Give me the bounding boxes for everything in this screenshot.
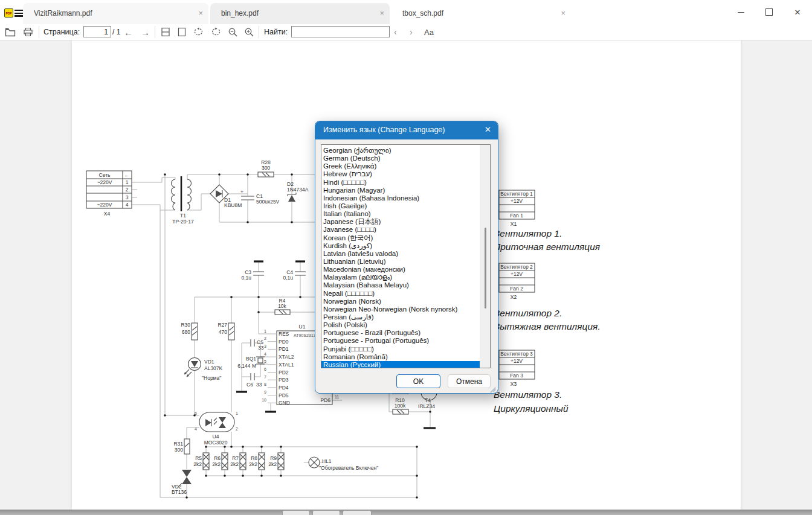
zoom-in-icon[interactable]	[244, 24, 254, 40]
fit-width-icon[interactable]	[161, 24, 170, 40]
next-page-icon[interactable]: →	[141, 24, 150, 40]
language-option[interactable]: Malayalam (മലയാളം)	[321, 273, 490, 281]
dialog-titlebar[interactable]: Изменить язык (Change Language) ✕	[315, 121, 498, 139]
language-option[interactable]: Greek (Ελληνικά)	[321, 162, 490, 170]
page-total: / 1	[112, 24, 120, 40]
language-option[interactable]: Romanian (Română)	[321, 353, 490, 361]
language-option[interactable]: Hindi (□□□□□)	[321, 179, 490, 187]
language-option[interactable]: Irish (Gaeilge)	[321, 202, 490, 210]
language-option[interactable]: Punjabi (□□□□□)	[321, 345, 490, 353]
find-previous-icon[interactable]: ‹	[394, 24, 397, 40]
match-case-icon[interactable]: Aa	[424, 24, 434, 40]
open-file-button[interactable]	[5, 24, 16, 40]
single-page-icon[interactable]	[178, 24, 186, 40]
print-button[interactable]	[23, 24, 33, 40]
language-option[interactable]: Macedonian (македонски)	[321, 266, 490, 273]
background-window-strip	[0, 510, 812, 515]
background-window-button	[282, 510, 310, 515]
language-option[interactable]: Portuguese - Portugal (Português)	[321, 337, 490, 345]
language-option[interactable]: German (Deutsch)	[321, 155, 490, 162]
language-listbox[interactable]: Georgian (ქართული)German (Deutsch)Greek …	[321, 144, 491, 368]
language-option[interactable]: Korean (한국어)	[321, 234, 490, 242]
resize-grip[interactable]	[489, 385, 497, 392]
app-logo-icon: PDF	[4, 8, 13, 18]
language-option[interactable]: Norwegian (Norsk)	[321, 298, 490, 305]
language-option[interactable]: Russian (Русский)	[321, 361, 480, 368]
dialog-title: Изменить язык (Change Language)	[323, 126, 445, 134]
background-window-button	[312, 510, 340, 515]
menu-icon[interactable]	[14, 10, 23, 17]
language-option[interactable]: Italian (Italiano)	[321, 210, 490, 218]
language-option[interactable]: Lithuanian (Lietuvių)	[321, 258, 490, 266]
dialog-close-icon[interactable]: ✕	[485, 125, 491, 134]
rotate-right-icon[interactable]	[211, 24, 221, 40]
listbox-scrollbar[interactable]	[480, 145, 490, 368]
tab-title: VizitRaikmann.pdf	[34, 9, 92, 18]
zoom-out-icon[interactable]	[228, 24, 238, 40]
cancel-button[interactable]: Отмена	[448, 374, 491, 388]
tab-title: bin_hex.pdf	[221, 9, 259, 18]
titlebar: PDF VizitRaikmann.pdf × bin_hex.pdf × tb…	[0, 0, 812, 24]
previous-page-icon[interactable]: ←	[124, 24, 133, 40]
language-option[interactable]: Latvian (latviešu valoda)	[321, 250, 490, 258]
find-input[interactable]	[291, 26, 390, 37]
scrollbar-thumb[interactable]	[485, 228, 486, 309]
change-language-dialog: Изменить язык (Change Language) ✕ Georgi…	[315, 121, 498, 394]
language-option[interactable]: Georgian (ქართული)	[321, 147, 490, 155]
ok-button[interactable]: OK	[396, 374, 440, 388]
language-option[interactable]: Hungarian (Magyar)	[321, 187, 490, 194]
language-option[interactable]: Nepali (□□□□□□)	[321, 290, 490, 298]
page-number-input[interactable]	[83, 26, 111, 37]
language-list: Georgian (ქართული)German (Deutsch)Greek …	[321, 147, 490, 368]
page-label: Страница:	[44, 24, 80, 40]
tab-title: tbox_sch.pdf	[402, 9, 443, 18]
tab-close-icon[interactable]: ×	[379, 8, 384, 18]
language-option[interactable]: Polish (Polski)	[321, 321, 490, 329]
find-next-icon[interactable]: ›	[410, 24, 413, 40]
language-option[interactable]: Norwegian Neo-Norwegian (Norsk nynorsk)	[321, 305, 490, 313]
language-option[interactable]: Portuguese - Brazil (Português)	[321, 329, 490, 337]
tab-tbox-sch[interactable]: tbox_sch.pdf ×	[392, 3, 571, 24]
language-option[interactable]: Hebrew (עברית)	[321, 170, 490, 178]
window-maximize-button[interactable]	[757, 0, 781, 24]
find-label: Найти:	[264, 24, 288, 40]
language-option[interactable]: Indonesian (Bahasa Indonesia)	[321, 194, 490, 202]
language-option[interactable]: Javanese (□□□□)	[321, 226, 490, 234]
toolbar: Страница: / 1 ← → Найти: ‹ › Aa	[0, 24, 812, 40]
language-option[interactable]: Kurdish (کوردی)	[321, 242, 490, 250]
rotate-left-icon[interactable]	[193, 24, 204, 40]
language-option[interactable]: Malaysian (Bahasa Melayu)	[321, 281, 490, 289]
background-window-button	[343, 510, 372, 515]
tab-bin-hex[interactable]: bin_hex.pdf ×	[210, 3, 390, 24]
language-option[interactable]: Persian (فارسی)	[321, 313, 490, 321]
tab-close-icon[interactable]: ×	[198, 8, 203, 18]
tab-close-icon[interactable]: ×	[561, 8, 566, 18]
window-minimize-button[interactable]	[729, 0, 753, 24]
language-option[interactable]: Japanese (日本語)	[321, 218, 490, 226]
tab-vizitraikmann[interactable]: VizitRaikmann.pdf ×	[23, 3, 208, 24]
window-close-button[interactable]: ✕	[785, 0, 810, 24]
